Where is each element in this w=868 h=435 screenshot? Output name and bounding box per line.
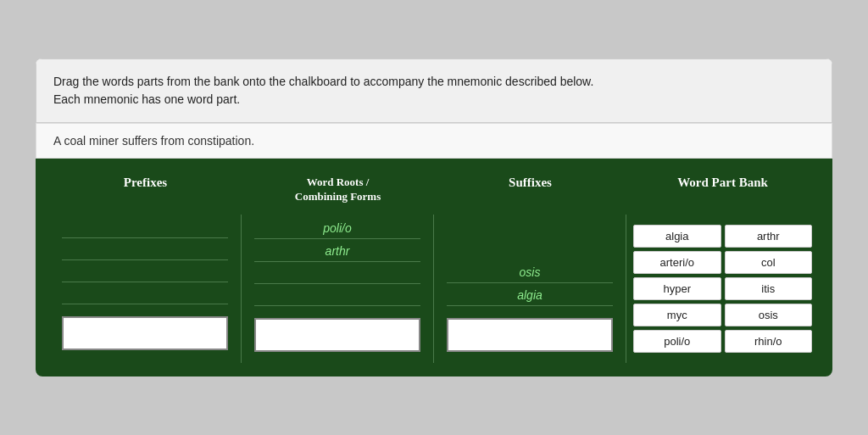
- word-bank-header: Word Part Bank: [626, 172, 819, 208]
- bank-item-hyper[interactable]: hyper: [633, 277, 721, 300]
- prefix-empty-2: [62, 243, 228, 260]
- prefix-drop-box[interactable]: [62, 316, 228, 350]
- prefix-empty-3: [62, 265, 228, 282]
- suffix-item-2[interactable]: algia: [447, 288, 613, 306]
- suffix-drop-box[interactable]: [447, 318, 613, 352]
- content-area: poli/o arthr osis algia algia arthr arte…: [49, 215, 819, 363]
- main-container: Drag the words parts from the bank onto …: [36, 59, 832, 376]
- bank-item-col[interactable]: col: [725, 251, 813, 274]
- bank-item-osis[interactable]: osis: [725, 304, 813, 326]
- columns-header: Prefixes Word Roots / Combining Forms Su…: [49, 172, 819, 208]
- root-empty-1: [254, 267, 420, 284]
- root-empty-2: [254, 289, 420, 306]
- bank-item-arterio[interactable]: arteri/o: [633, 251, 721, 274]
- suffixes-column: osis algia: [434, 215, 626, 363]
- instruction-box: Drag the words parts from the bank onto …: [36, 59, 832, 123]
- bank-item-polio[interactable]: poli/o: [633, 330, 721, 353]
- word-bank-column: algia arthr arteri/o col hyper itis myc …: [626, 215, 819, 363]
- bank-item-arthr[interactable]: arthr: [725, 225, 813, 248]
- suffixes-header: Suffixes: [434, 172, 626, 208]
- prefix-empty-1: [62, 221, 228, 238]
- root-item-2[interactable]: arthr: [254, 244, 420, 262]
- instruction-line1: Drag the words parts from the bank onto …: [53, 75, 593, 88]
- scenario-text: A coal miner suffers from constipation.: [53, 134, 254, 148]
- root-item-1[interactable]: poli/o: [254, 221, 420, 239]
- roots-column: poli/o arthr: [242, 215, 434, 363]
- instruction-line2: Each mnemonic has one word part.: [53, 92, 240, 106]
- bank-item-algia[interactable]: algia: [633, 225, 721, 248]
- bank-item-myc[interactable]: myc: [633, 304, 721, 326]
- root-drop-box[interactable]: [254, 318, 420, 352]
- roots-header: Word Roots / Combining Forms: [242, 172, 434, 208]
- prefixes-column: [49, 215, 242, 363]
- prefix-empty-4: [62, 287, 228, 304]
- prefixes-header: Prefixes: [49, 172, 242, 208]
- scenario-box: A coal miner suffers from constipation.: [36, 123, 832, 159]
- chalkboard: Prefixes Word Roots / Combining Forms Su…: [36, 159, 832, 376]
- bank-item-rhino[interactable]: rhin/o: [725, 330, 813, 353]
- suffix-item-1[interactable]: osis: [447, 265, 613, 283]
- bank-item-itis[interactable]: itis: [725, 277, 813, 300]
- word-bank-grid: algia arthr arteri/o col hyper itis myc …: [630, 221, 815, 356]
